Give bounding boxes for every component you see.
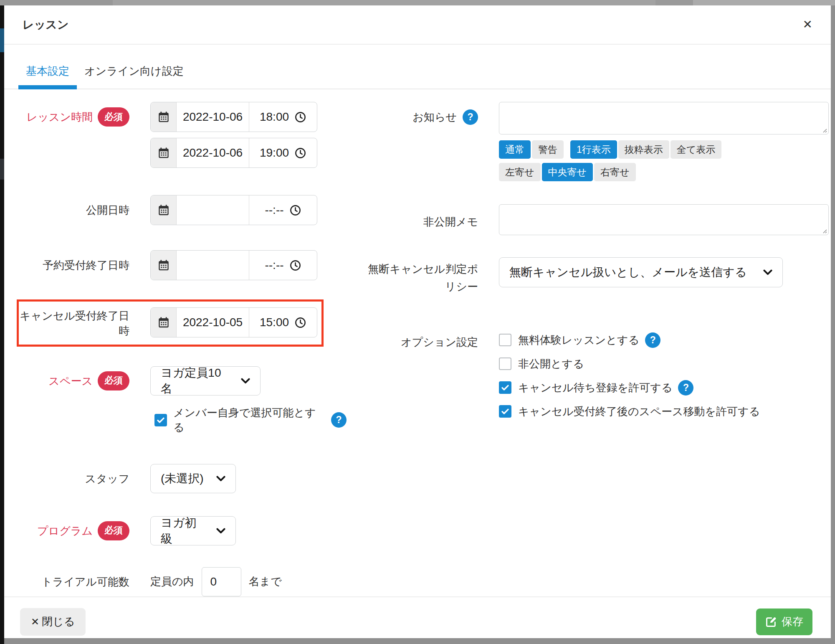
lesson-time-label-wrap: レッスン時間 必須 (17, 102, 129, 132)
noshow-policy-row: 無断キャンセル判定ポリシー 無断キャンセル扱いとし、メールを送信する (367, 257, 829, 295)
space-self-select-checkbox[interactable] (154, 414, 167, 426)
publish-at-label: 公開日時 (17, 195, 129, 225)
page-background-right (831, 5, 835, 638)
notice-style-group: 通常 警告 (499, 140, 565, 159)
clock-icon (294, 111, 306, 123)
edit-pencil-icon (765, 616, 777, 628)
clock-icon (289, 259, 301, 271)
notice-label-wrap: お知らせ ? (367, 102, 478, 126)
lesson-end-date-input[interactable]: 2022-10-06 (177, 138, 249, 167)
lesson-time-row: レッスン時間 必須 2022-10-06 18:00 (17, 102, 347, 168)
form-column-right: お知らせ ? 通常 警告 (367, 102, 829, 596)
space-self-select-label: メンバー自身で選択可能とする (173, 406, 325, 435)
booking-end-datetime-group: --:-- (150, 250, 317, 280)
option-space-move: キャンセル受付終了後のスペース移動を許可する (499, 403, 760, 419)
help-icon[interactable]: ? (678, 380, 693, 396)
notice-display-all-button[interactable]: 全て表示 (671, 140, 722, 159)
resize-grip-icon[interactable] (821, 127, 827, 133)
free-trial-checkbox[interactable] (499, 334, 511, 346)
space-move-checkbox[interactable] (499, 405, 511, 418)
memo-row: 非公開メモ (367, 204, 829, 235)
notice-align-right-button[interactable]: 右寄せ (594, 163, 636, 181)
option-free-trial: 無料体験レッスンとする ? (499, 332, 760, 348)
space-move-label: キャンセル受付終了後のスペース移動を許可する (518, 404, 760, 419)
noshow-policy-label: 無断キャンセル判定ポリシー (367, 257, 478, 295)
booking-end-time-input[interactable]: --:-- (249, 251, 317, 280)
notice-display-excerpt-button[interactable]: 抜粋表示 (618, 140, 669, 159)
option-private: 非公開とする (499, 356, 760, 372)
clock-icon (294, 147, 306, 159)
close-button[interactable]: ✕ 閉じる (20, 608, 86, 636)
publish-at-datetime-group: --:-- (150, 195, 317, 225)
close-icon[interactable]: ✕ (803, 19, 812, 30)
space-select[interactable]: ヨガ定員10名 (150, 366, 261, 396)
cancel-end-label: キャンセル受付終了日時 (19, 307, 129, 339)
memo-label: 非公開メモ (367, 204, 478, 231)
trial-suffix: 名まで (249, 574, 282, 589)
help-icon[interactable]: ? (331, 412, 347, 428)
tab-online-settings[interactable]: オンライン向け設定 (77, 64, 191, 89)
notice-display-oneline-button[interactable]: 1行表示 (570, 140, 617, 159)
required-badge: 必須 (98, 107, 129, 127)
clock-icon (294, 317, 306, 329)
tab-basic-settings[interactable]: 基本設定 (18, 64, 77, 89)
publish-at-row: 公開日時 --:-- (17, 195, 347, 225)
required-badge: 必須 (98, 521, 129, 540)
lesson-start-date-input[interactable]: 2022-10-06 (177, 102, 249, 132)
space-label: スペース (48, 373, 93, 388)
chevron-down-icon (216, 528, 225, 534)
calendar-icon[interactable] (151, 195, 177, 225)
notice-align-left-button[interactable]: 左寄せ (499, 163, 541, 181)
resize-grip-icon[interactable] (821, 228, 827, 233)
lesson-end-datetime-group: 2022-10-06 19:00 (150, 138, 317, 168)
lesson-start-time-input[interactable]: 18:00 (249, 102, 317, 132)
memo-textarea-wrap (499, 204, 829, 235)
notice-label: お知らせ (412, 109, 457, 126)
cancel-end-highlight-box: キャンセル受付終了日時 2022-10-05 15:00 (17, 299, 324, 347)
waitlist-checkbox[interactable] (499, 381, 511, 394)
notice-align-group: 左寄せ 中央寄せ 右寄せ (499, 163, 637, 181)
cancel-end-date-input[interactable]: 2022-10-05 (177, 308, 249, 337)
trial-prefix: 定員の内 (150, 574, 194, 589)
trial-label: トライアル可能数 (17, 567, 129, 596)
modal-header: レッスン ✕ (4, 5, 831, 45)
waitlist-label: キャンセル待ち登録を許可する (518, 380, 672, 395)
chevron-down-icon (763, 269, 772, 275)
notice-align-center-button[interactable]: 中央寄せ (542, 163, 593, 181)
noshow-policy-select[interactable]: 無断キャンセル扱いとし、メールを送信する (499, 257, 783, 287)
help-icon[interactable]: ? (645, 332, 660, 348)
cancel-end-time-input[interactable]: 15:00 (249, 308, 317, 337)
calendar-icon[interactable] (151, 102, 177, 132)
booking-end-date-input[interactable] (177, 251, 249, 280)
publish-time-input[interactable]: --:-- (249, 195, 317, 225)
private-checkbox[interactable] (499, 357, 511, 370)
program-label-wrap: プログラム 必須 (17, 516, 129, 545)
trial-count-input[interactable] (202, 567, 241, 596)
staff-select[interactable]: (未選択) (150, 464, 236, 493)
help-icon[interactable]: ? (463, 109, 478, 125)
notice-toolbar: 通常 警告 1行表示 抜粋表示 全て表示 左寄せ 中央寄せ (499, 140, 829, 181)
page-sidebar-edge (0, 5, 4, 644)
notice-style-normal-button[interactable]: 通常 (499, 140, 531, 159)
calendar-icon[interactable] (151, 308, 177, 337)
form-column-left: レッスン時間 必須 2022-10-06 18:00 (17, 102, 347, 596)
program-select[interactable]: ヨガ初級 (150, 516, 236, 545)
chevron-down-icon (216, 476, 225, 482)
notice-style-warning-button[interactable]: 警告 (532, 140, 564, 159)
publish-date-input[interactable] (177, 195, 249, 225)
memo-textarea[interactable] (499, 205, 828, 235)
save-button[interactable]: 保存 (756, 609, 812, 635)
calendar-icon[interactable] (151, 138, 177, 167)
tab-bar: 基本設定 オンライン向け設定 (4, 45, 831, 89)
staff-row: スタッフ (未選択) (17, 464, 347, 493)
program-row: プログラム 必須 ヨガ初級 (17, 516, 347, 545)
options-label: オプション設定 (367, 332, 478, 351)
free-trial-label: 無料体験レッスンとする (518, 333, 639, 347)
notice-textarea[interactable] (499, 102, 828, 134)
lesson-end-time-input[interactable]: 19:00 (249, 138, 317, 167)
notice-display-group: 1行表示 抜粋表示 全て表示 (570, 140, 723, 159)
page-background-top (0, 0, 835, 5)
calendar-icon[interactable] (151, 251, 177, 280)
option-waitlist: キャンセル待ち登録を許可する ? (499, 380, 760, 396)
close-x-icon: ✕ (31, 616, 39, 628)
